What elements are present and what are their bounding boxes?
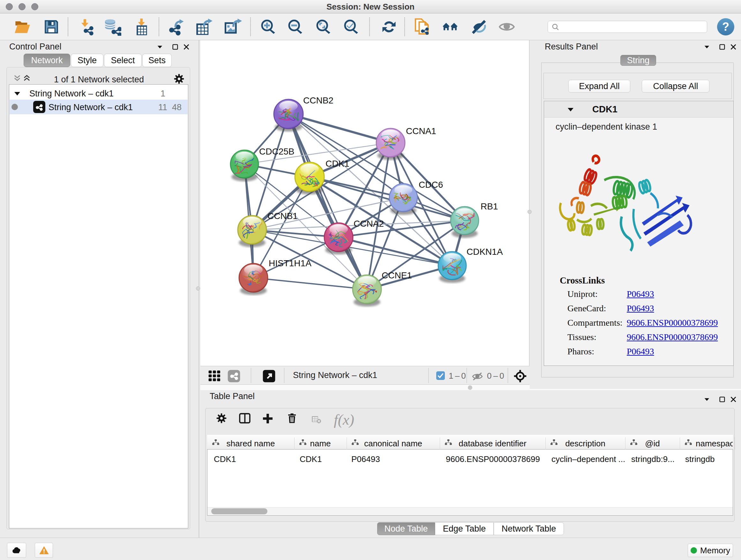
svg-text:CCNB1: CCNB1 bbox=[267, 211, 298, 221]
svg-text:CDKN1A: CDKN1A bbox=[467, 247, 503, 257]
svg-text:CCNE1: CCNE1 bbox=[382, 270, 412, 280]
svg-text:CDK1: CDK1 bbox=[326, 159, 349, 169]
svg-text:HIST1H1A: HIST1H1A bbox=[269, 258, 312, 268]
svg-text:RB1: RB1 bbox=[481, 201, 498, 211]
svg-text:CCNA1: CCNA1 bbox=[406, 126, 436, 136]
svg-text:CCNB2: CCNB2 bbox=[303, 96, 333, 105]
svg-text:CCNA2: CCNA2 bbox=[354, 219, 384, 229]
svg-text:CDC6: CDC6 bbox=[419, 180, 443, 190]
svg-text:CDC25B: CDC25B bbox=[259, 146, 294, 157]
